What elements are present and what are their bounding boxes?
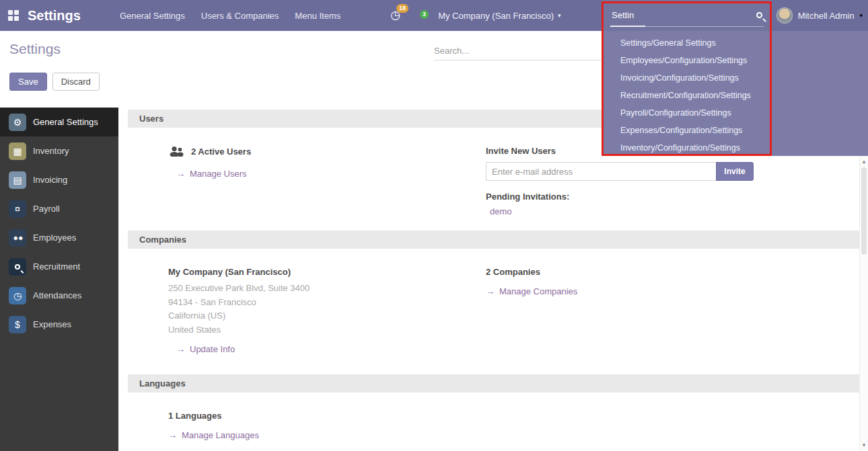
menu-search-input[interactable] [610, 9, 756, 21]
languages-section: 1 Languages → Manage Languages [118, 393, 859, 440]
sidebar-item-recruitment[interactable]: Recruitment [0, 252, 118, 281]
companies-section: My Company (San Francisco) 250 Executive… [118, 249, 859, 374]
user-name: Mitchell Admin [798, 11, 855, 21]
users-left-column: 2 Active Users → Manage Users [168, 146, 486, 231]
update-info-link[interactable]: → Update Info [176, 344, 486, 354]
manage-languages-link[interactable]: → Manage Languages [168, 430, 486, 440]
chevron-down-icon: ▾ [558, 12, 561, 19]
apps-menu-icon[interactable] [8, 10, 19, 21]
sidebar-item-payroll[interactable]: ¤ Payroll [0, 194, 118, 223]
arrow-right-icon: → [176, 344, 185, 354]
vertical-scrollbar[interactable]: ▲ ▼ [859, 156, 868, 451]
users-icon [168, 146, 184, 157]
arrow-right-icon: → [176, 169, 185, 179]
address-line: 94134 - San Francisco [168, 296, 486, 310]
grid-square [8, 16, 13, 21]
arrow-right-icon: → [168, 430, 177, 440]
top-menu: General Settings Users & Companies Menu … [120, 11, 340, 21]
settings-sidebar: ⚙ General Settings ▦ Inventory ▤ Invoici… [0, 108, 118, 451]
search-result[interactable]: Payroll/Configuration/Settings [602, 104, 868, 122]
sidebar-item-label: Payroll [33, 204, 60, 214]
user-menu[interactable]: Mitchell Admin ▾ [776, 0, 863, 31]
scroll-up-arrow-icon[interactable]: ▲ [860, 159, 868, 165]
users-right-column: Invite New Users Invite Pending Invitati… [486, 146, 859, 231]
sidebar-item-employees[interactable]: ☻☻ Employees [0, 223, 118, 252]
company-name: My Company (San Francisco) [438, 11, 554, 21]
arrow-right-icon: → [486, 286, 495, 296]
menu-search-inner [610, 5, 764, 27]
scroll-down-arrow-icon[interactable]: ▼ [860, 442, 868, 448]
active-users-count: 2 Active Users [191, 147, 251, 157]
languages-left-column: 1 Languages → Manage Languages [168, 411, 486, 440]
menu-users-companies[interactable]: Users & Companies [201, 11, 279, 21]
odoo-settings-screen: Settings General Settings Users & Compan… [0, 0, 868, 451]
invoice-icon: ▤ [9, 171, 26, 189]
activities-badge: 18 [396, 4, 408, 13]
manage-users-label: Manage Users [190, 169, 247, 179]
menu-general-settings[interactable]: General Settings [120, 11, 185, 21]
invite-button[interactable]: Invite [716, 162, 754, 181]
address-line: 250 Executive Park Blvd, Suite 3400 [168, 282, 486, 296]
companies-count: 2 Companies [486, 267, 859, 277]
search-icon[interactable] [756, 12, 762, 18]
address-line: United States [168, 323, 486, 337]
search-result[interactable]: Settings/General Settings [602, 34, 868, 52]
navbar-icons: ◷ 18 3 [390, 9, 421, 22]
invite-row: Invite [486, 162, 754, 181]
breadcrumb: Settings [9, 41, 61, 57]
invite-email-input[interactable] [486, 162, 716, 181]
manage-companies-label: Manage Companies [499, 286, 577, 296]
grid-square [14, 16, 19, 21]
search-result[interactable]: Inventory/Configuration/Settings [602, 139, 868, 156]
search-result[interactable]: Expenses/Configuration/Settings [602, 122, 868, 139]
employees-icon: ☻☻ [9, 229, 26, 247]
pending-user-link[interactable]: demo [486, 206, 859, 216]
scrollbar-thumb[interactable] [861, 167, 867, 255]
search-result[interactable]: Recruitment/Configuration/Settings [602, 87, 868, 104]
avatar [776, 7, 793, 24]
address-line: California (US) [168, 309, 486, 323]
sidebar-item-expenses[interactable]: $ Expenses [0, 310, 118, 339]
record-search-input[interactable] [434, 42, 601, 60]
activities-button[interactable]: ◷ 18 [390, 9, 400, 22]
discard-button[interactable]: Discard [52, 73, 100, 91]
menu-search-dropdown: Settings/General Settings Employees/Conf… [602, 31, 868, 156]
expenses-icon: $ [9, 316, 26, 333]
companies-left-column: My Company (San Francisco) 250 Executive… [168, 267, 486, 374]
company-switcher[interactable]: My Company (San Francisco) ▾ [438, 11, 560, 21]
sidebar-item-label: Inventory [33, 146, 69, 156]
attendance-clock-icon: ◷ [9, 287, 26, 304]
menu-menu-items[interactable]: Menu Items [295, 11, 340, 21]
manage-languages-label: Manage Languages [182, 430, 259, 440]
sidebar-item-invoicing[interactable]: ▤ Invoicing [0, 165, 118, 194]
manage-companies-link[interactable]: → Manage Companies [486, 286, 859, 296]
company-address: 250 Executive Park Blvd, Suite 3400 9413… [168, 282, 486, 337]
app-title: Settings [28, 8, 81, 24]
sidebar-item-label: Attendances [33, 290, 81, 300]
chevron-down-icon: ▾ [859, 12, 863, 19]
update-info-label: Update Info [190, 344, 235, 354]
search-result[interactable]: Employees/Configuration/Settings [602, 52, 868, 69]
record-search [434, 42, 601, 60]
grid-square [8, 10, 13, 15]
sidebar-item-label: Employees [33, 233, 76, 243]
gear-icon: ⚙ [9, 114, 26, 131]
companies-right-column: 2 Companies → Manage Companies [486, 267, 859, 374]
sidebar-item-label: Expenses [33, 319, 71, 329]
payroll-icon: ¤ [9, 200, 26, 218]
menu-search-box [602, 0, 772, 31]
company-name: My Company (San Francisco) [168, 267, 486, 277]
inventory-icon: ▦ [9, 142, 26, 160]
pending-invitations-label: Pending Invitations: [486, 192, 859, 202]
magnifier-shape [15, 264, 20, 270]
save-button[interactable]: Save [9, 73, 47, 91]
sidebar-item-label: General Settings [33, 117, 98, 127]
sidebar-item-general-settings[interactable]: ⚙ General Settings [0, 108, 118, 136]
manage-users-link[interactable]: → Manage Users [176, 169, 486, 179]
sidebar-item-attendances[interactable]: ◷ Attendances [0, 281, 118, 310]
section-header-languages: Languages [128, 374, 859, 393]
search-result[interactable]: Invoicing/Configuration/Settings [602, 69, 868, 87]
grid-square [14, 10, 19, 15]
sidebar-item-label: Recruitment [33, 261, 80, 272]
sidebar-item-inventory[interactable]: ▦ Inventory [0, 136, 118, 165]
